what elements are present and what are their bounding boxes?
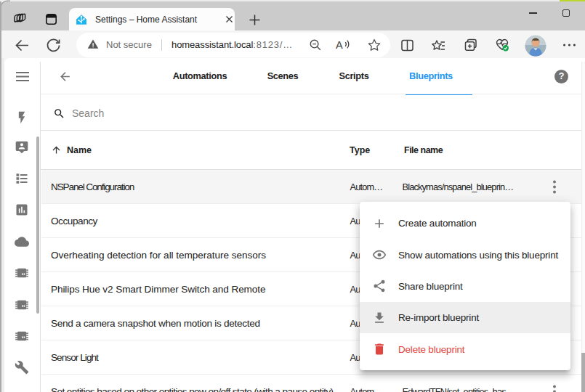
svg-text:A: A	[336, 39, 343, 51]
